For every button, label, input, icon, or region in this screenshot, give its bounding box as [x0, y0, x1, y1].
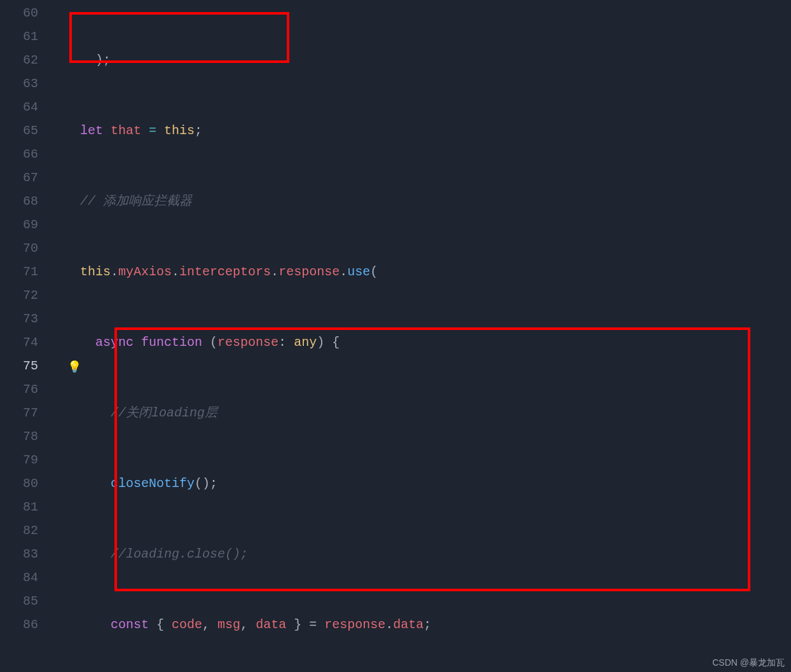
line-number: 80 [0, 472, 38, 495]
line-number: 73 [0, 307, 38, 331]
line-number: 75 [0, 354, 38, 378]
line-number: 76 [0, 378, 38, 401]
line-number: 63 [0, 72, 38, 95]
code-line: // 添加响应拦截器 [50, 189, 791, 213]
code-line: ); [50, 48, 791, 72]
line-number: 65 [0, 119, 38, 142]
line-number: 67 [0, 166, 38, 189]
line-number: 68 [0, 189, 38, 213]
code-area[interactable]: ); let that = this; // 添加响应拦截器 this.myAx… [50, 0, 791, 672]
code-line: let that = this; [50, 119, 791, 142]
code-line: this.myAxios.interceptors.response.use( [50, 260, 791, 284]
line-number: 66 [0, 142, 38, 166]
line-number: 61 [0, 25, 38, 48]
code-line: //loading.close(); [50, 542, 791, 566]
line-number: 70 [0, 237, 38, 260]
code-editor[interactable]: 6061626364656667686970717273747576777879… [0, 0, 791, 672]
line-number: 81 [0, 495, 38, 519]
line-number: 72 [0, 284, 38, 307]
line-number: 83 [0, 542, 38, 566]
line-number: 84 [0, 566, 38, 589]
code-line: //关闭loading层 [50, 401, 791, 425]
code-line: closeNotify(); [50, 472, 791, 495]
line-number: 60 [0, 1, 38, 25]
line-number: 71 [0, 260, 38, 284]
watermark-text: CSDN @暴龙加瓦 [712, 657, 785, 668]
line-number: 62 [0, 48, 38, 72]
line-number: 74 [0, 331, 38, 354]
lightbulb-icon[interactable]: 💡 [67, 356, 81, 380]
code-line: const { code, msg, data } = response.dat… [50, 613, 791, 636]
line-number: 86 [0, 613, 38, 636]
line-number: 85 [0, 589, 38, 613]
line-number: 82 [0, 519, 38, 542]
line-number: 69 [0, 213, 38, 237]
line-number-gutter: 6061626364656667686970717273747576777879… [0, 0, 50, 672]
line-number: 64 [0, 95, 38, 119]
line-number: 79 [0, 448, 38, 472]
code-line: async function (response: any) { [50, 331, 791, 354]
line-number: 77 [0, 401, 38, 425]
line-number: 78 [0, 425, 38, 448]
